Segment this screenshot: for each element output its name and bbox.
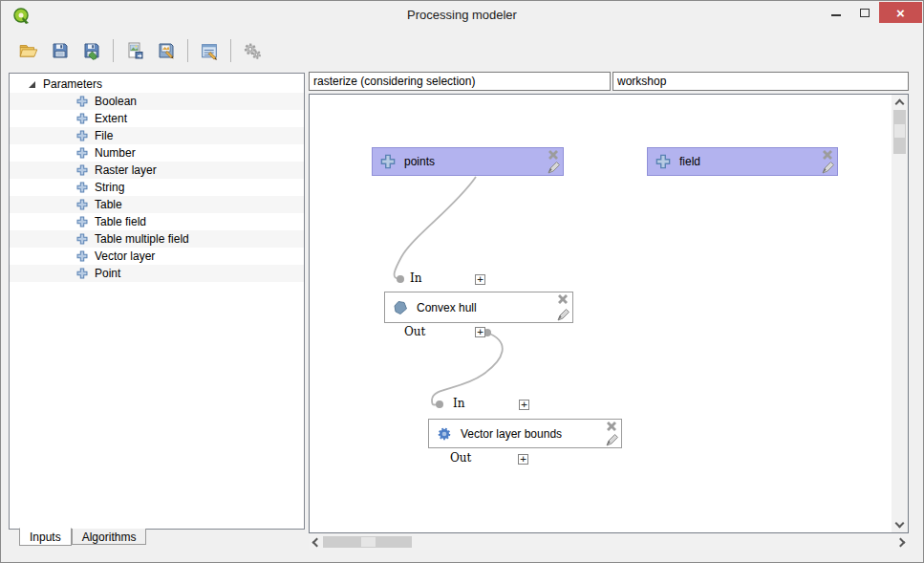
- delete-node-icon[interactable]: [605, 420, 618, 433]
- titlebar[interactable]: Processing modeler ×: [1, 1, 923, 30]
- vector-layer-bounds-in-expander[interactable]: +: [519, 400, 529, 410]
- vector-layer-bounds-out-port-label: Out: [450, 451, 471, 465]
- add-input-plus-icon: [76, 130, 88, 141]
- add-input-plus-icon: [76, 199, 88, 210]
- vector-layer-bounds-out-expander[interactable]: +: [518, 454, 528, 465]
- toolbar-separator: [230, 39, 231, 62]
- tree-item-table[interactable]: Table: [10, 196, 304, 213]
- delete-node-icon[interactable]: [556, 292, 569, 306]
- scrollbar-grip: [361, 537, 376, 547]
- algorithm-node-vector-layer-bounds[interactable]: Vector layer bounds: [428, 419, 622, 448]
- save-model-icon: [51, 41, 70, 60]
- tab-algorithms[interactable]: Algorithms: [72, 529, 147, 545]
- scroll-up-icon[interactable]: [895, 99, 905, 109]
- tree-collapse-icon[interactable]: [29, 81, 35, 88]
- add-input-plus-icon: [76, 182, 88, 193]
- input-plus-icon: [655, 154, 671, 169]
- add-input-plus-icon: [76, 113, 88, 124]
- model-name-input[interactable]: [309, 72, 611, 91]
- canvas-horizontal-scrollbar[interactable]: [309, 534, 909, 550]
- edit-node-icon[interactable]: [556, 308, 570, 322]
- export-as-image-button[interactable]: [120, 36, 149, 65]
- toolbar-separator: [113, 39, 114, 62]
- edit-node-icon[interactable]: [821, 161, 835, 175]
- minimize-icon: [831, 14, 841, 16]
- node-label: Convex hull: [417, 301, 477, 314]
- horizontal-scrollbar-thumb[interactable]: [323, 536, 412, 548]
- add-input-plus-icon: [76, 164, 88, 176]
- scroll-right-icon[interactable]: [896, 538, 906, 548]
- edit-node-icon[interactable]: [605, 433, 619, 447]
- convex-hull-in-expander[interactable]: +: [475, 274, 485, 285]
- minimize-button[interactable]: [822, 2, 850, 23]
- convex-hull-out-port-label: Out: [404, 325, 425, 338]
- run-model-gears-icon: [243, 41, 263, 61]
- add-input-plus-icon: [76, 96, 88, 107]
- vector-layer-bounds-gear-icon: [437, 426, 452, 442]
- algorithm-node-convex-hull[interactable]: Convex hull: [384, 292, 573, 323]
- toolbar: [14, 35, 269, 66]
- node-label: points: [404, 155, 435, 168]
- node-label: Vector layer bounds: [461, 427, 562, 441]
- parameters-tree: Parameters Boolean Extent File Number Ra…: [10, 74, 304, 282]
- save-model-as-icon: [82, 41, 101, 60]
- add-input-plus-icon: [76, 250, 88, 262]
- open-model-folder-icon: [18, 40, 39, 61]
- model-group-input[interactable]: [612, 72, 909, 91]
- export-as-python-button[interactable]: [152, 36, 181, 65]
- tab-inputs[interactable]: Inputs: [19, 528, 72, 546]
- tree-item-file[interactable]: File: [10, 127, 304, 144]
- tree-item-table-field[interactable]: Table field: [10, 213, 304, 230]
- save-model-as-button[interactable]: [77, 36, 106, 65]
- add-input-plus-icon: [76, 268, 88, 279]
- tree-root-parameters[interactable]: Parameters: [10, 76, 304, 93]
- delete-node-icon[interactable]: [821, 148, 834, 162]
- vertical-scrollbar-thumb[interactable]: [893, 110, 906, 154]
- input-plus-icon: [380, 154, 396, 169]
- convex-hull-icon: [393, 300, 408, 315]
- open-model-button[interactable]: [14, 36, 43, 65]
- tree-item-boolean[interactable]: Boolean: [10, 93, 304, 110]
- close-button[interactable]: ×: [879, 2, 922, 23]
- add-input-plus-icon: [76, 233, 88, 245]
- tree-item-table-multiple-field[interactable]: Table multiple field: [10, 230, 304, 248]
- convex-hull-in-port-label: In: [410, 271, 421, 285]
- run-model-button[interactable]: [238, 36, 267, 65]
- tree-item-point[interactable]: Point: [10, 265, 304, 282]
- canvas-vertical-scrollbar[interactable]: [892, 95, 908, 532]
- tree-item-extent[interactable]: Extent: [10, 110, 304, 127]
- maximize-button[interactable]: [850, 2, 879, 23]
- edit-model-help-icon: [200, 41, 220, 61]
- tree-item-raster-layer[interactable]: Raster layer: [10, 162, 304, 179]
- scroll-down-icon[interactable]: [895, 519, 905, 529]
- save-model-button[interactable]: [46, 36, 75, 65]
- model-canvas[interactable]: points field In +: [309, 94, 909, 533]
- add-input-plus-icon: [76, 147, 88, 159]
- tree-item-string[interactable]: String: [10, 179, 304, 196]
- model-input-node-points[interactable]: points: [372, 147, 564, 176]
- add-input-plus-icon: [76, 216, 88, 227]
- export-as-image-icon: [125, 41, 144, 60]
- convex-hull-out-expander[interactable]: +: [475, 327, 485, 337]
- delete-node-icon[interactable]: [547, 148, 560, 162]
- edit-model-help-button[interactable]: [195, 36, 224, 65]
- window-title: Processing modeler: [1, 8, 923, 22]
- model-input-node-field[interactable]: field: [647, 147, 838, 176]
- node-label: field: [679, 155, 700, 168]
- tree-item-number[interactable]: Number: [10, 144, 304, 162]
- inputs-panel: Parameters Boolean Extent File Number Ra…: [9, 73, 305, 530]
- scrollbar-grip: [894, 124, 905, 138]
- toolbar-separator: [187, 39, 188, 62]
- panel-tabbar: Inputs Algorithms: [19, 529, 146, 546]
- export-as-python-icon: [157, 41, 176, 60]
- scroll-left-icon[interactable]: [312, 538, 322, 548]
- processing-modeler-window: Processing modeler ×: [0, 0, 924, 563]
- maximize-icon: [860, 9, 870, 17]
- tree-item-vector-layer[interactable]: Vector layer: [10, 248, 304, 265]
- edit-node-icon[interactable]: [547, 161, 561, 175]
- vector-layer-bounds-in-port-label: In: [453, 397, 464, 410]
- close-icon: ×: [896, 6, 905, 20]
